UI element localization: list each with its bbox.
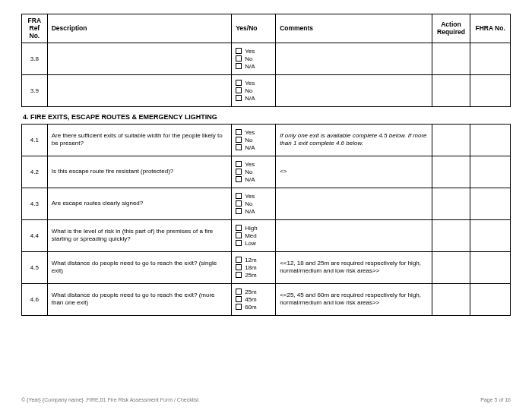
checkbox-label: 18m [245, 264, 257, 271]
checkbox-option[interactable]: 12m [236, 257, 271, 263]
table-row: 4.1Are there sufficient exits of suitabl… [22, 124, 511, 156]
comments-cell[interactable] [276, 43, 432, 74]
checkbox-icon [236, 193, 242, 199]
action-cell[interactable] [432, 251, 470, 283]
section4-table: 4.1Are there sufficient exits of suitabl… [21, 124, 511, 316]
comments-cell[interactable]: <<12, 18 and 25m are required respective… [276, 251, 432, 283]
comments-cell[interactable] [276, 74, 432, 106]
desc-cell: What is the level of risk in (this part … [47, 219, 231, 251]
comments-cell[interactable] [276, 188, 432, 219]
checkbox-icon [236, 169, 242, 175]
checkbox-option[interactable]: Yes [236, 161, 271, 168]
comments-cell[interactable] [276, 219, 432, 251]
checkbox-icon [236, 208, 242, 214]
checkbox-label: N/A [245, 208, 255, 215]
checkbox-option[interactable]: 25m [236, 272, 271, 279]
ref-cell: 4.5 [22, 251, 48, 283]
header-com: Comments [276, 14, 432, 43]
checkbox-icon [236, 257, 242, 263]
options-cell: YesNoN/A [232, 74, 276, 106]
header-ref: FRA Ref No. [22, 14, 48, 43]
ref-cell: 4.2 [22, 156, 48, 188]
checkbox-option[interactable]: N/A [236, 176, 271, 183]
checkbox-option[interactable]: Low [236, 240, 271, 247]
checkbox-icon [236, 296, 242, 302]
desc-cell [47, 74, 231, 106]
table-row: 4.2Is this escape route fire resistant (… [22, 156, 511, 188]
options-cell: YesNoN/A [232, 188, 276, 219]
action-cell[interactable] [432, 43, 470, 74]
checkbox-icon [236, 80, 242, 86]
checkbox-label: N/A [245, 176, 255, 183]
action-cell[interactable] [432, 283, 470, 315]
options-cell: HighMedLow [232, 219, 276, 251]
table-row: 4.4What is the level of risk in (this pa… [22, 219, 511, 251]
checkbox-option[interactable]: 60m [236, 304, 271, 311]
footer-right: Page 5 of 16 [480, 397, 511, 402]
header-desc: Description [47, 14, 231, 43]
fhra-cell[interactable] [470, 124, 511, 156]
checkbox-option[interactable]: High [236, 225, 271, 232]
fhra-cell[interactable] [470, 156, 511, 188]
checkbox-option[interactable]: No [236, 137, 271, 144]
comments-cell[interactable]: <<25, 45 and 60m are required respective… [276, 283, 432, 315]
fhra-cell[interactable] [470, 219, 511, 251]
checkbox-label: 25m [245, 272, 257, 279]
checkbox-option[interactable]: No [236, 55, 271, 62]
checkbox-option[interactable]: 18m [236, 264, 271, 271]
action-cell[interactable] [432, 219, 470, 251]
checkbox-option[interactable]: No [236, 200, 271, 207]
header-yn: Yes/No [232, 14, 276, 43]
options-cell: YesNoN/A [232, 156, 276, 188]
action-cell[interactable] [432, 156, 470, 188]
table-row: 4.5What distance do people need to go to… [22, 251, 511, 283]
checkbox-option[interactable]: Yes [236, 80, 271, 87]
checkbox-option[interactable]: Yes [236, 129, 271, 136]
checkbox-icon [236, 232, 242, 238]
checkbox-label: No [245, 137, 252, 144]
comments-cell[interactable]: <> [276, 156, 432, 188]
checkbox-option[interactable]: Med [236, 232, 271, 239]
checkbox-option[interactable]: N/A [236, 208, 271, 215]
desc-cell: Are there sufficient exits of suitable w… [47, 124, 231, 156]
table-row: 4.6What distance do people need to go to… [22, 283, 511, 315]
comments-cell[interactable]: If only one exit is available complete 4… [276, 124, 432, 156]
checkbox-label: Yes [245, 80, 255, 87]
checkbox-label: Yes [245, 129, 255, 136]
checkbox-icon [236, 48, 242, 54]
table-row: 3.9YesNoN/A [22, 74, 511, 106]
checkbox-option[interactable]: N/A [236, 144, 271, 151]
ref-cell: 3.8 [22, 43, 48, 74]
ref-cell: 4.1 [22, 124, 48, 156]
checkbox-label: 45m [245, 296, 257, 303]
checkbox-option[interactable]: Yes [236, 193, 271, 200]
fhra-cell[interactable] [470, 74, 511, 106]
checkbox-option[interactable]: N/A [236, 95, 271, 102]
action-cell[interactable] [432, 188, 470, 219]
checkbox-label: No [245, 55, 252, 62]
checkbox-option[interactable]: N/A [236, 63, 271, 70]
checkbox-option[interactable]: 25m [236, 289, 271, 295]
desc-cell: What distance do people need to go to re… [47, 283, 231, 315]
checkbox-label: N/A [245, 144, 255, 151]
action-cell[interactable] [432, 74, 470, 106]
footer-left: © {Year} {Company name} .FIRE.01 Fire Ri… [21, 397, 198, 402]
section4-title: 4. FIRE EXITS, ESCAPE ROUTES & EMERGENCY… [23, 113, 511, 121]
checkbox-label: High [245, 225, 257, 232]
checkbox-label: N/A [245, 95, 255, 102]
fhra-cell[interactable] [470, 43, 511, 74]
checkbox-label: Yes [245, 161, 255, 168]
fhra-cell[interactable] [470, 251, 511, 283]
checkbox-option[interactable]: Yes [236, 48, 271, 55]
checkbox-icon [236, 55, 242, 62]
checkbox-option[interactable]: 45m [236, 296, 271, 303]
checkbox-label: Med [245, 232, 257, 239]
checkbox-icon [236, 289, 242, 295]
checkbox-label: 12m [245, 257, 257, 263]
action-cell[interactable] [432, 124, 470, 156]
checkbox-label: Yes [245, 48, 255, 55]
checkbox-option[interactable]: No [236, 169, 271, 175]
fhra-cell[interactable] [470, 188, 511, 219]
checkbox-option[interactable]: No [236, 87, 271, 94]
fhra-cell[interactable] [470, 283, 511, 315]
